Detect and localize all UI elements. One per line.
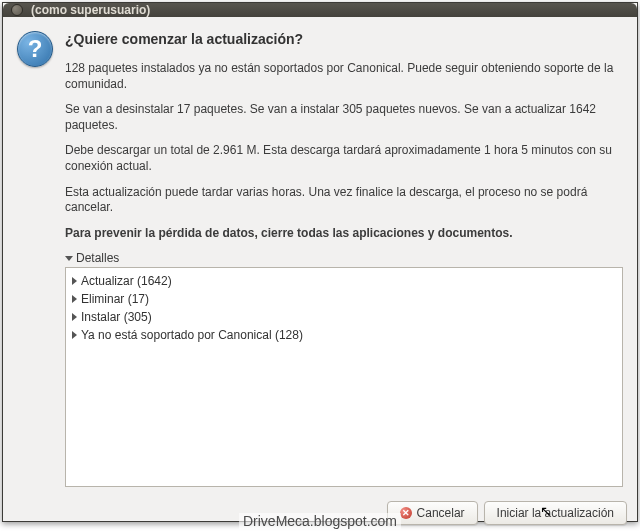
window-title: (como superusuario) (31, 3, 150, 17)
chevron-right-icon (72, 331, 77, 339)
icon-column: ? (17, 31, 53, 487)
tree-item-eliminar[interactable]: Eliminar (17) (72, 290, 616, 308)
details-label: Detalles (76, 251, 119, 265)
details-toggle[interactable]: Detalles (65, 251, 623, 265)
cancel-icon: ✕ (400, 507, 412, 519)
tree-item-label: Instalar (305) (81, 310, 152, 324)
watermark-text: DriveMeca.blogspot.com (239, 513, 401, 529)
content-area: ? ¿Quiere comenzar la actualización? 128… (3, 17, 637, 495)
paragraph-unsupported: 128 paquetes instalados ya no están sopo… (65, 61, 623, 92)
details-tree[interactable]: Actualizar (1642) Eliminar (17) Instalar… (65, 267, 623, 487)
paragraph-download: Debe descargar un total de 2.961 M. Esta… (65, 143, 623, 174)
chevron-right-icon (72, 295, 77, 303)
titlebar[interactable]: (como superusuario) (3, 3, 637, 17)
tree-item-instalar[interactable]: Instalar (305) (72, 308, 616, 326)
tree-item-label: Eliminar (17) (81, 292, 149, 306)
dialog-heading: ¿Quiere comenzar la actualización? (65, 31, 623, 47)
question-glyph: ? (28, 35, 43, 63)
paragraph-warning: Para prevenir la pérdida de datos, cierr… (65, 226, 623, 242)
chevron-right-icon (72, 277, 77, 285)
cancel-label: Cancelar (417, 506, 465, 520)
close-icon[interactable] (11, 4, 23, 16)
paragraph-counts: Se van a desinstalar 17 paquetes. Se van… (65, 102, 623, 133)
dialog-window: (como superusuario) ? ¿Quiere comenzar l… (2, 2, 638, 522)
start-label: Iniciar la actualización (497, 506, 614, 520)
tree-item-nosoportado[interactable]: Ya no está soportado por Canonical (128) (72, 326, 616, 344)
start-upgrade-button[interactable]: Iniciar la actualización (484, 501, 627, 525)
chevron-down-icon (65, 256, 73, 261)
main-column: ¿Quiere comenzar la actualización? 128 p… (65, 31, 623, 487)
paragraph-duration: Esta actualización puede tardar varias h… (65, 185, 623, 216)
tree-item-label: Actualizar (1642) (81, 274, 172, 288)
tree-item-label: Ya no está soportado por Canonical (128) (81, 328, 303, 342)
question-icon: ? (17, 31, 53, 67)
tree-item-actualizar[interactable]: Actualizar (1642) (72, 272, 616, 290)
chevron-right-icon (72, 313, 77, 321)
